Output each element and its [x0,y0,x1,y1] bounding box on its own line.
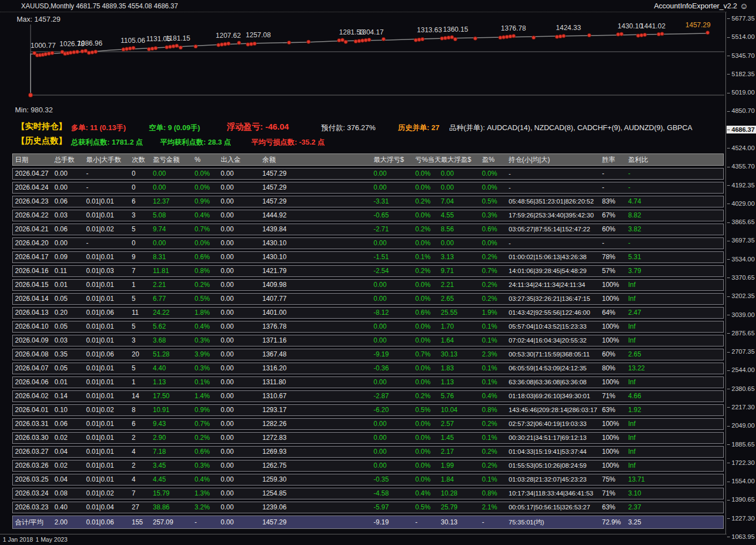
price-tick-label: 3865.65 [727,218,755,226]
table-cell: 2026.04.15 [13,280,52,290]
table-cell: 0.5% [413,502,439,513]
table-cell: Inf [626,419,724,429]
table-cell: 0.00 [218,294,260,304]
avg-win-points-label: 平均获利点数: 28.3 点 [160,137,231,147]
current-price-tag: 4686.37 [727,126,756,133]
table-cell: 9 [130,252,151,262]
trade-dot [227,42,230,45]
table-cell: 0.02 [52,433,84,443]
table-cell: 100% [600,460,626,471]
table-cell: 2.37 [626,502,724,513]
table-cell: 12.37 [151,196,192,207]
table-cell: 05:48:56|351:23:01|826:20:52 [506,196,600,207]
total-win-points-label: 总获利点数: 1781.2 点 [71,137,143,147]
table-cell: 0.4% [480,391,506,402]
trade-dot [47,52,51,55]
table-cell: 0.01|0.01 [84,252,130,262]
table-cell: 2.57 [439,419,480,429]
table-cell: 100% [600,280,626,290]
table-cell: 3.10 [626,488,724,499]
table-cell: 0.5% [480,196,506,207]
trade-dot [165,46,168,49]
table-cell: 1457.29 [260,169,371,179]
price-tick-label: 2875.65 [727,329,755,337]
table-cell: 01:55:53|05:10:26|08:24:59 [506,460,600,471]
table-cell: - [626,182,724,193]
table-cell: 0.3% [192,460,218,471]
table-cell: 0.00 [218,238,260,249]
table-cell: 17:59:26|253:34:40|395:42:30 [506,210,600,221]
table-cell: 0.0% [413,377,439,388]
table-total-cell: - [480,516,506,528]
table-cell: 17.50 [151,391,192,402]
table-cell: 0.00 [218,321,260,332]
price-tick-label: 2049.00 [727,422,755,429]
table-cell: 11 [130,308,151,318]
price-tick-label: 1885.65 [727,440,755,448]
table-cell: 57% [600,266,626,276]
trade-dot [125,47,128,51]
price-scale[interactable]: 5677.355514.005345.705182.355019.004850.… [725,12,756,534]
table-cell: 24.22 [151,308,192,318]
table-cell: -1.51 [371,252,413,262]
trade-dot [588,33,591,37]
table-cell: 1376.78 [260,321,371,332]
table-cell: 1 [130,377,151,388]
table-cell: 10.28 [439,488,480,499]
column-header: 最大浮亏$ [371,154,413,165]
table-cell: 0.01|0.01 [84,196,130,207]
table-cell: 7.04 [439,196,480,207]
table-cell: 2026.03.23 [13,502,52,513]
equity-point-label: 1304.17 [359,28,384,36]
table-cell: 0.01 [52,280,84,290]
column-header: 最大浮盈$ [439,154,480,165]
table-cell: - [506,182,600,193]
table-cell: -2.54 [371,266,413,276]
table-cell: 01:00:02|15:06:13|43:26:38 [506,252,600,262]
equity-chart[interactable]: 1000.771026.781086.961105.061131.051181.… [0,12,727,118]
table-cell: 0.3% [192,363,218,374]
table-cell: 00:53:30|71:15:59|368:05:11 [506,349,600,360]
trade-dot [364,38,367,42]
equity-point-label: 1360.15 [443,26,468,33]
table-cell: 2.65 [439,294,480,304]
table-row: 2026.04.130.200.01|0.061124.221.8%0.0014… [12,307,724,319]
table-cell: 0.0% [480,182,506,193]
table-cell: 3.45 [151,460,192,471]
table-cell: 2026.03.30 [13,433,52,443]
table-cell: 0.02 [52,460,84,471]
price-tick-label: 5677.35 [727,14,755,22]
ea-smiley-icon[interactable]: ☺ [740,1,748,11]
table-row: 2026.04.160.110.01|0.03711.810.8%0.00142… [12,265,724,277]
table-cell: 0.08 [52,488,84,499]
table-cell: 1430.10 [260,252,371,262]
table-cell: 2026.03.31 [13,419,52,429]
table-cell: 0.01|0.02 [84,224,130,235]
table-cell: 0.01|0.03 [84,266,130,276]
table-cell: - [506,238,600,249]
price-tick-label: 4029.00 [727,200,755,207]
table-cell: 0.0% [413,238,439,249]
table-cell: 0.00 [218,196,260,207]
table-cell: 5.31 [626,252,724,262]
table-cell: 0.00 [52,182,84,193]
table-cell: 00:05:17|50:56:15|326:53:27 [506,502,600,513]
table-cell: 2026.04.06 [13,377,52,388]
table-cell: 2026.04.16 [13,266,52,276]
table-cell: 10:17:34|118:33:44|346:41:53 [506,488,600,499]
table-cell: 1293.17 [260,405,371,415]
table-cell: - [84,169,130,179]
table-cell: -6.20 [371,405,413,415]
trade-dot [132,46,135,49]
table-cell: 0.01|0.01 [84,363,130,374]
table-cell: 5.62 [151,321,192,332]
table-cell: 83% [600,196,626,207]
table-cell: 1254.85 [260,488,371,499]
table-cell: 1444.92 [260,210,371,221]
table-cell: 2026.04.22 [13,210,52,221]
table-cell: 01:04:33|15:19:41|53:37:44 [506,447,600,457]
table-cell: 3.13 [439,252,480,262]
table-row: 2026.04.150.010.01|0.0112.210.2%0.001409… [12,279,724,291]
table-cell: 0.2% [480,447,506,457]
table-cell: 2.90 [151,433,192,443]
